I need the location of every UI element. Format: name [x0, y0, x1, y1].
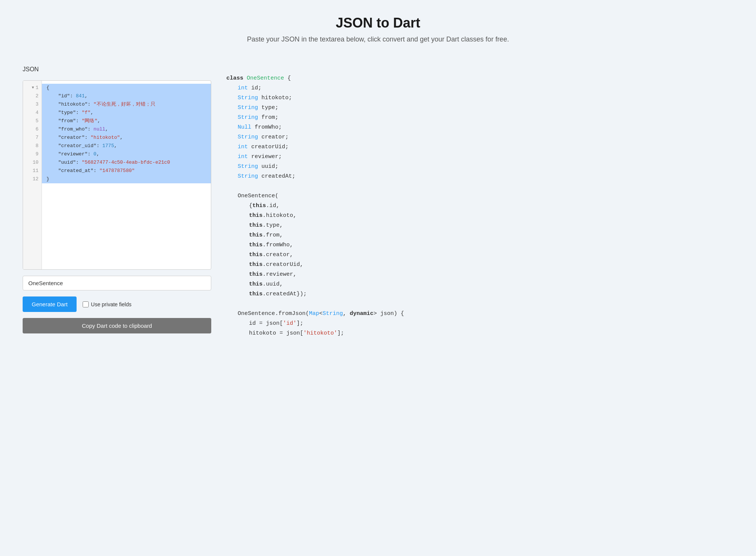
line-number-2: 2 [23, 92, 41, 100]
line-number-5: 5 [23, 117, 41, 125]
code-line-2: "id": 841, [42, 92, 211, 100]
page-title: JSON to Dart [8, 15, 748, 31]
dart-fromjson-id: id = json['id']; [226, 319, 733, 329]
class-name-input[interactable] [23, 276, 211, 290]
code-line-11: "created_at": "1478787580" [42, 167, 211, 175]
code-line-10: "uuid": "56827477-4c50-4eab-bfdc-e21c0 [42, 158, 211, 167]
dart-constructor-createdat: this.createdAt}); [226, 289, 733, 299]
line-number-9: 9 [23, 150, 41, 158]
line-number-6: 6 [23, 125, 41, 134]
code-content[interactable]: { "id": 841, "hitokoto": "不论生死，好坏，对错；只 "… [42, 81, 211, 269]
code-line-1: { [42, 84, 211, 92]
line-number-1: ▼ 1 [23, 84, 41, 92]
line-number-11: 11 [23, 167, 41, 175]
code-line-8: "creator_uid": 1775, [42, 142, 211, 150]
line-number-7: 7 [23, 134, 41, 142]
code-line-3: "hitokoto": "不论生死，好坏，对错；只 [42, 100, 211, 109]
dart-field-hitokoto: String hitokoto; [226, 93, 733, 103]
dart-constructor-uuid: this.uuid, [226, 280, 733, 289]
line-number-3: 3 [23, 100, 41, 109]
use-private-fields-label[interactable]: Use private fields [83, 301, 131, 307]
dart-field-creator: String creator; [226, 132, 733, 142]
main-content: JSON ▼ 1 2 3 4 5 6 7 8 9 10 11 [0, 51, 756, 361]
dart-constructor-brace: {this.id, [226, 201, 733, 211]
json-label: JSON [23, 66, 211, 73]
fold-arrow-1: ▼ [32, 84, 34, 92]
code-line-7: "creator": "hitokoto", [42, 134, 211, 142]
dart-field-id: int id; [226, 83, 733, 93]
dart-constructor-creatoruid: this.creatorUid, [226, 260, 733, 270]
dart-field-creatoruid: int creatorUid; [226, 142, 733, 152]
dart-constructor-reviewer: this.reviewer, [226, 270, 733, 280]
dart-field-reviewer: int reviewer; [226, 152, 733, 162]
line-number-8: 8 [23, 142, 41, 150]
dart-output: class OneSentence { int id; String hitok… [226, 74, 733, 338]
right-panel: class OneSentence { int id; String hitok… [226, 66, 733, 346]
dart-constructor-fromwho: this.fromWho, [226, 240, 733, 250]
line-numbers: ▼ 1 2 3 4 5 6 7 8 9 10 11 12 [23, 81, 42, 269]
controls-row: Generate Dart Use private fields [23, 296, 211, 312]
json-editor-wrapper: ▼ 1 2 3 4 5 6 7 8 9 10 11 12 { [23, 80, 211, 270]
code-line-9: "reviewer": 0, [42, 150, 211, 158]
code-line-5: "from": "网络", [42, 117, 211, 125]
copy-dart-button[interactable]: Copy Dart code to clipboard [23, 318, 211, 333]
dart-constructor-type: this.type, [226, 221, 733, 230]
dart-field-from: String from; [226, 113, 733, 123]
use-private-fields-checkbox[interactable] [83, 301, 89, 307]
dart-field-createdat: String createdAt; [226, 172, 733, 181]
line-number-12: 12 [23, 175, 41, 183]
page-header: JSON to Dart Paste your JSON in the text… [0, 0, 756, 51]
page-subtitle: Paste your JSON in the textarea below, c… [8, 35, 748, 43]
code-line-6: "from_who": null, [42, 125, 211, 134]
dart-field-fromwho: Null fromWho; [226, 123, 733, 132]
dart-field-type: String type; [226, 103, 733, 113]
dart-blank-2 [226, 299, 733, 309]
json-editor[interactable]: ▼ 1 2 3 4 5 6 7 8 9 10 11 12 { [23, 81, 211, 269]
line-number-10: 10 [23, 158, 41, 167]
use-private-fields-text: Use private fields [91, 301, 131, 307]
generate-dart-button[interactable]: Generate Dart [23, 296, 77, 312]
dart-fromjson-start: OneSentence.fromJson(Map<String, dynamic… [226, 309, 733, 319]
dart-blank-1 [226, 181, 733, 191]
dart-fromjson-hitokoto: hitokoto = json['hitokoto']; [226, 329, 733, 338]
dart-constructor-hitokoto: this.hitokoto, [226, 211, 733, 221]
left-panel: JSON ▼ 1 2 3 4 5 6 7 8 9 10 11 [23, 66, 211, 346]
dart-constructor-from: this.from, [226, 230, 733, 240]
line-number-4: 4 [23, 109, 41, 117]
dart-constructor-start: OneSentence( [226, 191, 733, 201]
dart-field-uuid: String uuid; [226, 162, 733, 172]
dart-class-declaration: class OneSentence { [226, 74, 733, 83]
code-line-4: "type": "f", [42, 109, 211, 117]
dart-constructor-creator: this.creator, [226, 250, 733, 260]
code-line-12: } [42, 175, 211, 183]
